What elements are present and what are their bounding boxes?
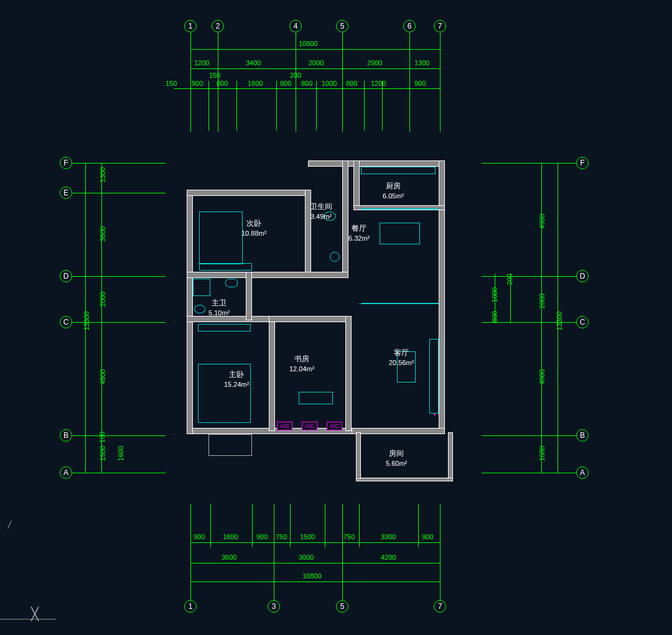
dim-top-1800: 1800 — [248, 80, 263, 87]
wardrobe-master — [198, 324, 251, 331]
dim-b-4200: 4200 — [381, 554, 396, 561]
grid-bubble-C-left: C — [60, 316, 72, 328]
grid-bubble-C-right: C — [576, 316, 589, 328]
dim-right-4800: 4800 — [538, 369, 546, 384]
bed-secondary — [199, 211, 243, 264]
grid-line-h — [482, 163, 576, 164]
dim-top-1200: 1200 — [194, 59, 209, 67]
dim-b-900b: 900 — [256, 533, 268, 540]
dim-b-total: 10800 — [302, 572, 322, 580]
dim-left-1600: 1600 — [117, 446, 124, 461]
room-label-kitchen: 厨房6.05m² — [383, 182, 404, 201]
wall-balcony — [208, 434, 252, 456]
dim-b-3300: 3300 — [381, 533, 396, 540]
grid-line-v — [342, 504, 343, 600]
grid-line-v — [359, 504, 360, 547]
grid-bubble-F-left: F — [60, 157, 72, 169]
grid-bubble-7b: 7 — [434, 600, 446, 613]
ac-label-1: A/C — [277, 422, 292, 430]
grid-line-v — [440, 32, 441, 132]
dim-top-3400: 3400 — [246, 59, 261, 67]
dim-b-900c: 900 — [422, 533, 433, 540]
dim-top-900b: 900 — [414, 80, 426, 87]
dim-line — [190, 49, 440, 50]
grid-bubble-7: 7 — [434, 20, 446, 32]
wall-kitchen-left — [353, 160, 360, 210]
dim-right-200: 200 — [506, 274, 513, 285]
grid-line-v — [210, 504, 211, 547]
dim-b-750: 750 — [276, 533, 287, 540]
wall-room-right — [448, 432, 453, 479]
grid-line-h — [482, 435, 576, 436]
dim-left-3600: 3600 — [99, 226, 106, 241]
room-label-dining: 餐厅6.32m² — [348, 224, 370, 243]
dim-top-edge-150: 150 — [166, 80, 177, 87]
window-line — [361, 208, 439, 210]
dim-top-800c: 800 — [301, 80, 312, 87]
baseline — [0, 619, 56, 619]
shower — [193, 279, 210, 296]
cursor-mark: ⟋ — [1, 516, 18, 533]
dim-right-1000: 1000 — [491, 287, 498, 302]
grid-bubble-D-left: D — [60, 270, 72, 282]
dim-top-800d: 800 — [346, 80, 357, 87]
grid-bubble-3b: 3 — [268, 600, 280, 613]
wall-top-left — [187, 190, 311, 196]
room-label-master: 主卧15.24m² — [224, 370, 249, 389]
dim-right-total: 13300 — [556, 312, 563, 331]
grid-line-v — [440, 504, 441, 600]
grid-bubble-D-right: D — [576, 270, 589, 282]
dim-b-900: 900 — [194, 533, 205, 540]
grid-line-v — [252, 504, 253, 547]
grid-line-v — [190, 504, 191, 600]
grid-bubble-F-right: F — [576, 157, 589, 169]
grid-bubble-B-left: B — [60, 429, 72, 442]
ac-label-3: A/C — [327, 422, 342, 430]
basin — [330, 252, 340, 262]
wall-inner-h2 — [187, 316, 274, 322]
grid-bubble-A-left: A — [60, 466, 72, 479]
grid-bubble-1: 1 — [184, 20, 197, 32]
grid-line-h — [482, 473, 576, 473]
dim-top-1000: 1000 — [322, 80, 337, 87]
dim-left-total: 13300 — [83, 312, 90, 331]
wall-room-bottom — [356, 478, 453, 481]
wall-inner-h1 — [187, 272, 348, 278]
sink-master — [225, 279, 238, 287]
grid-line-v — [290, 504, 291, 547]
dim-top-2900: 2900 — [367, 59, 382, 67]
toilet-master — [194, 305, 205, 313]
grid-line-h — [72, 163, 166, 164]
grid-bubble-A-right: A — [576, 466, 589, 479]
dim-line — [101, 163, 102, 473]
ac-label-2: A/C — [302, 422, 317, 430]
dim-right-800: 800 — [491, 311, 498, 322]
dim-b-3000: 3000 — [299, 554, 314, 561]
window-line — [361, 303, 439, 304]
wall-study-right — [345, 316, 352, 431]
grid-line-v — [274, 504, 274, 600]
grid-line-h — [72, 193, 166, 193]
dim-b-750b: 750 — [343, 533, 355, 540]
dim-line — [190, 542, 440, 543]
dim-b-1500: 1500 — [300, 533, 315, 540]
room-label-bathroom: 卫生间3.49m² — [310, 202, 332, 221]
dim-top-200: 200 — [290, 72, 301, 79]
grid-line-v — [325, 504, 325, 547]
wall-study-left — [269, 316, 275, 431]
grid-bubble-1b: 1 — [184, 600, 197, 613]
dim-left-2000: 2000 — [99, 292, 106, 307]
grid-bubble-E-left: E — [60, 187, 72, 199]
dim-left-4800: 4800 — [99, 369, 106, 384]
grid-line-h — [72, 435, 166, 436]
room-label-study: 书房12.04m² — [289, 355, 314, 374]
dim-line — [174, 88, 440, 89]
wall-room-left — [356, 432, 361, 479]
dim-left-1300: 1300 — [99, 167, 106, 182]
dim-b-3600: 3600 — [222, 554, 236, 561]
grid-line-h — [72, 473, 166, 473]
room-label-living: 客厅20.56m² — [389, 348, 414, 368]
wall-masterbath-right — [246, 272, 252, 320]
kitchen-counter — [361, 167, 436, 174]
grid-bubble-6: 6 — [403, 20, 416, 32]
